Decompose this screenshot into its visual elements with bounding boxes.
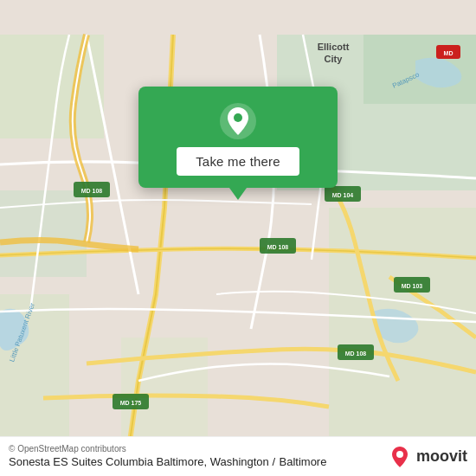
- svg-text:MD 108: MD 108: [267, 244, 289, 250]
- svg-text:MD 104: MD 104: [332, 192, 354, 198]
- map-svg: US 29 US MD 108 MD 108 MD 104 MD 103 MD …: [0, 0, 476, 476]
- moovit-logo: moovit: [388, 445, 467, 469]
- place-name-container: Sonesta ES Suites Columbia Baltimore, Wa…: [9, 453, 326, 469]
- svg-text:MD: MD: [444, 50, 453, 56]
- bottom-bar: © OpenStreetMap contributors Sonesta ES …: [0, 436, 476, 476]
- place-name-2: Baltimore: [280, 455, 327, 468]
- copyright-text: © OpenStreetMap contributors: [9, 444, 326, 453]
- moovit-pin-icon: [388, 445, 412, 469]
- svg-text:MD 108: MD 108: [81, 188, 103, 194]
- moovit-text: moovit: [416, 447, 467, 466]
- popup-card: Take me there: [138, 87, 338, 188]
- svg-point-30: [234, 113, 242, 122]
- svg-rect-1: [0, 35, 104, 138]
- svg-text:MD 103: MD 103: [402, 283, 423, 289]
- svg-text:MD 175: MD 175: [120, 400, 142, 406]
- svg-text:City: City: [325, 54, 344, 64]
- svg-text:MD 108: MD 108: [345, 351, 367, 357]
- place-name: Sonesta ES Suites Columbia Baltimore, Wa…: [9, 455, 275, 468]
- map-container: US 29 US MD 108 MD 108 MD 104 MD 103 MD …: [0, 0, 476, 476]
- svg-text:Ellicott: Ellicott: [318, 42, 350, 52]
- bottom-left-section: © OpenStreetMap contributors Sonesta ES …: [9, 444, 326, 469]
- take-me-there-button[interactable]: Take me there: [177, 147, 299, 176]
- svg-point-31: [396, 451, 403, 458]
- location-pin-icon: [219, 102, 257, 140]
